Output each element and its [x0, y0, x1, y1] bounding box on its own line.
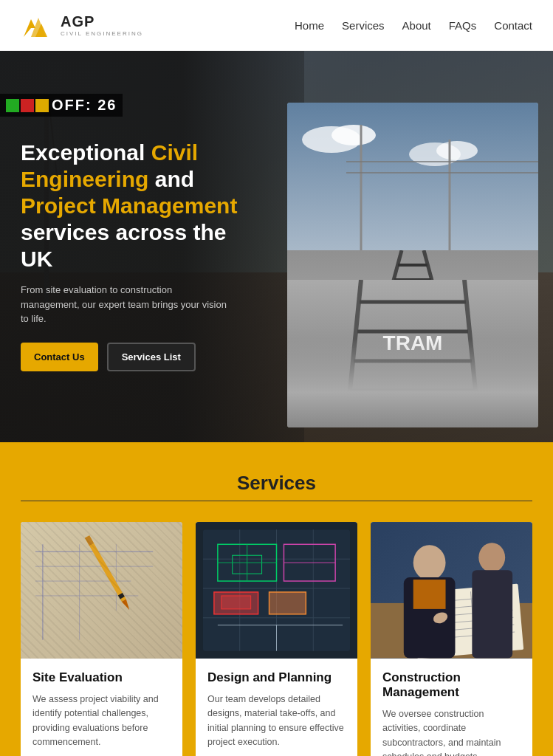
card-title-site: Site Evaluation — [32, 670, 171, 685]
cad-svg — [196, 522, 357, 659]
nrg-block-yellow — [35, 99, 49, 112]
svg-rect-59 — [221, 596, 251, 609]
logo-sub: CIVIL ENGINEERING — [61, 30, 143, 37]
svg-point-80 — [478, 543, 505, 572]
hero-title-highlight2: Project Management — [21, 193, 237, 218]
nrg-block-green — [6, 99, 19, 112]
logo: AGP CIVIL ENGINEERING — [21, 9, 143, 41]
svg-point-10 — [332, 125, 376, 145]
mid-area — [287, 250, 538, 280]
services-list-button[interactable]: Services List — [107, 343, 196, 371]
services-section: Services — [0, 442, 553, 756]
services-title: Services — [21, 472, 532, 495]
svg-rect-79 — [413, 580, 446, 609]
card-desc-mgmt: We oversee construction activities, coor… — [382, 707, 521, 756]
services-divider — [21, 501, 532, 501]
hero-description: From site evaluation to construction man… — [21, 283, 227, 326]
hero-content: Exceptional Civil Engineering and Projec… — [21, 140, 257, 371]
svg-point-12 — [436, 141, 478, 160]
logo-name: AGP — [61, 13, 143, 30]
service-card-design-planning: Design and Planning Our team develops de… — [196, 522, 357, 756]
navigation: AGP CIVIL ENGINEERING Home Services Abou… — [0, 0, 553, 51]
card-image-site — [21, 522, 182, 659]
nav-home[interactable]: Home — [295, 19, 324, 32]
nrg-banner: OFF: 26 — [0, 94, 123, 117]
svg-rect-81 — [472, 570, 512, 658]
nav-links: Home Services About FAQs Contact — [295, 19, 532, 32]
svg-rect-34 — [21, 522, 182, 658]
hero-title: Exceptional Civil Engineering and Projec… — [21, 140, 257, 272]
services-cards: Site Evaluation We assess project viabil… — [21, 522, 532, 756]
svg-rect-45 — [118, 593, 125, 599]
nav-faqs[interactable]: FAQs — [449, 19, 477, 32]
hero-image: TRAM — [287, 103, 538, 427]
hero-title-text1: Exceptional — [21, 140, 151, 165]
sky-area — [287, 103, 538, 250]
site-eval-svg — [21, 522, 182, 659]
card-image-mgmt — [371, 522, 532, 659]
logo-icon — [21, 9, 53, 41]
nav-about[interactable]: About — [402, 19, 431, 32]
hero-section: OFF: 26 — [0, 51, 553, 442]
service-card-construction-management: Construction Management We oversee const… — [371, 522, 532, 756]
card-desc-cad: Our team develops detailed designs, mate… — [207, 693, 346, 750]
road-surface: TRAM — [287, 280, 538, 427]
nrg-blocks — [6, 99, 49, 112]
svg-rect-8 — [287, 103, 538, 250]
nav-services[interactable]: Services — [342, 19, 385, 32]
svg-marker-44 — [122, 599, 132, 611]
nav-contact[interactable]: Contact — [494, 19, 532, 32]
card-image-cad — [196, 522, 357, 659]
card-body-mgmt: Construction Management We oversee const… — [371, 659, 532, 756]
svg-point-77 — [413, 545, 446, 580]
sky-svg — [287, 103, 538, 250]
contact-us-button[interactable]: Contact Us — [21, 343, 98, 371]
svg-rect-43 — [85, 535, 94, 546]
hero-title-text3: services across the UK — [21, 220, 227, 271]
card-desc-site: We assess project viability and identify… — [32, 693, 171, 750]
logo-text: AGP CIVIL ENGINEERING — [61, 13, 143, 37]
mgmt-svg — [371, 522, 532, 659]
service-card-site-evaluation: Site Evaluation We assess project viabil… — [21, 522, 182, 756]
hero-buttons: Contact Us Services List — [21, 343, 257, 371]
nrg-block-red — [21, 99, 34, 112]
card-title-cad: Design and Planning — [207, 670, 346, 685]
card-body-site: Site Evaluation We assess project viabil… — [21, 659, 182, 756]
nrg-text: OFF: 26 — [52, 97, 117, 114]
svg-text:TRAM: TRAM — [383, 331, 443, 354]
hero-title-text2: and — [148, 167, 194, 191]
svg-rect-42 — [85, 535, 126, 602]
road-svg: TRAM — [287, 280, 538, 427]
svg-rect-60 — [269, 592, 306, 614]
card-body-cad: Design and Planning Our team develops de… — [196, 659, 357, 756]
card-title-mgmt: Construction Management — [382, 670, 521, 700]
